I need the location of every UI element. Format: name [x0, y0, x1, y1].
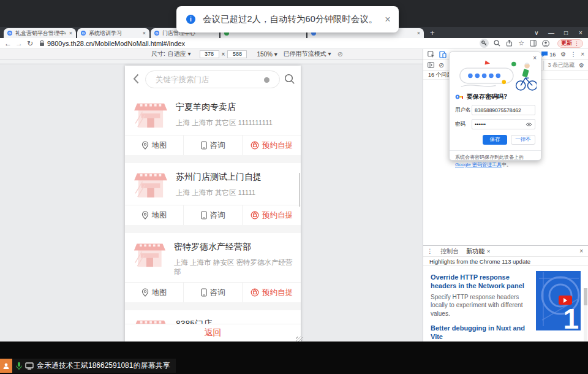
tab-gift-platform[interactable]: G 礼盒营销平台管理中心 ×	[4, 28, 76, 38]
tab-close-icon[interactable]: ×	[417, 30, 420, 36]
back-icon[interactable]: ←	[2, 39, 13, 48]
drawer-menu-icon[interactable]: ⋮	[427, 248, 433, 254]
zoom-icon[interactable]	[494, 40, 500, 47]
whats-new-title-2[interactable]: Better debugging in Nuxt and Vite	[431, 324, 527, 342]
tab-search-icon[interactable]: ∨	[529, 29, 544, 36]
console-sidebar-icon[interactable]	[428, 62, 434, 68]
pickup-button[interactable]: 预约自提	[243, 135, 301, 155]
footer-text: 系统会将密码保存到此设备上的	[455, 155, 524, 160]
share-icon[interactable]	[506, 40, 513, 47]
drawer-tab-whats-new[interactable]: 新功能	[466, 247, 484, 256]
consult-button[interactable]: 咨询	[184, 283, 243, 302]
back-chevron-icon[interactable]	[133, 74, 139, 84]
meeting-notification-banner: i 会议已超过2人，自动转为60分钟限时会议。 ×	[176, 6, 399, 32]
rotate-viewport-icon[interactable]: ⊘	[337, 50, 343, 58]
drawer-scrollbar-thumb[interactable]	[584, 288, 587, 305]
forward-icon[interactable]: →	[13, 39, 24, 48]
viewport-width-input[interactable]	[200, 50, 219, 58]
pickup-label: 预约自提	[262, 288, 293, 298]
password-key-icon[interactable]	[480, 39, 489, 48]
info-icon: i	[186, 15, 195, 24]
hidden-messages-label: 3 条已隐藏	[548, 61, 575, 69]
chrome-update-button[interactable]: 更新 ⋮	[557, 39, 583, 48]
device-toolbar-icon[interactable]	[439, 51, 447, 58]
tab-close-icon[interactable]: ×	[143, 30, 146, 36]
zoom-select[interactable]: 150% ▾	[257, 51, 277, 58]
store-address: 上海 上海市 其它区 11111	[176, 188, 262, 197]
map-button[interactable]: 地图	[125, 205, 184, 225]
store-search-box[interactable]	[145, 71, 280, 88]
password-manager-key-icon	[455, 94, 464, 100]
devtools-close-icon[interactable]: ×	[581, 51, 584, 58]
tab-title: 礼盒营销平台管理中心	[15, 29, 66, 37]
store-list: 宁夏羊肉专卖店 上海 上海市 其它区 1111111111 地图 咨询	[125, 93, 301, 343]
drawer-close-icon[interactable]: ×	[579, 248, 583, 254]
consult-button[interactable]: 咨询	[184, 135, 243, 155]
new-tab-button[interactable]: +	[430, 28, 435, 37]
close-window-button[interactable]: ×	[573, 29, 588, 36]
tab-training[interactable]: G 系统培训学习 ×	[77, 28, 149, 38]
drawer-tab-bar: ⋮ 控制台 新功能 × ×	[423, 246, 588, 257]
store-name: 密特罗德水产经营部	[174, 242, 293, 253]
drawer-tab-console[interactable]: 控制台	[440, 247, 459, 256]
map-pin-icon	[141, 288, 149, 297]
map-pin-icon	[141, 141, 149, 150]
side-panel-icon[interactable]	[530, 40, 537, 47]
dialog-close-icon[interactable]: ×	[533, 55, 537, 61]
sharer-avatar-icon[interactable]	[0, 359, 12, 373]
map-button[interactable]: 地图	[125, 135, 184, 155]
password-field[interactable]: ••••••	[472, 119, 535, 129]
clear-console-icon[interactable]: ⊘	[439, 61, 444, 69]
map-label: 地图	[152, 210, 167, 221]
back-button[interactable]: 返回	[125, 324, 301, 343]
store-search-input[interactable]	[156, 71, 247, 88]
consult-label: 咨询	[210, 140, 225, 151]
password-manager-link[interactable]: Google 密码管理工具	[455, 162, 502, 167]
pickup-label: 预约自提	[262, 140, 293, 151]
microphone-icon[interactable]	[16, 362, 22, 370]
storefront-icon	[133, 240, 167, 269]
never-save-button[interactable]: 一律不	[511, 135, 535, 145]
map-button[interactable]: 地图	[125, 283, 184, 302]
console-messages-icon[interactable]	[541, 51, 548, 58]
whats-new-header: Highlights from the Chrome 113 update	[423, 257, 588, 266]
consult-button[interactable]: 咨询	[184, 205, 243, 225]
minimize-button[interactable]: —	[544, 29, 559, 36]
whats-new-title-1[interactable]: Override HTTP response headers in the Ne…	[431, 273, 527, 291]
tab-close-icon[interactable]: ×	[69, 30, 72, 36]
map-pin-icon	[141, 211, 149, 219]
console-settings-icon[interactable]: ⚙	[579, 62, 584, 69]
maximize-button[interactable]: □	[559, 29, 573, 36]
tab-favicon: G	[81, 31, 86, 36]
profile-avatar-icon[interactable]	[542, 40, 549, 47]
pickup-button[interactable]: 预约自提	[243, 283, 301, 302]
browser-menu-icon[interactable]: ⋮	[574, 40, 579, 47]
desktop: G 礼盒营销平台管理中心 × G 系统培训学习 × G 门店管理中心 × + ∨…	[0, 0, 588, 374]
whats-new-video-thumbnail[interactable]: 1	[536, 271, 581, 330]
screen-share-bar: 金禾通技术王斌18662591081的屏幕共享	[0, 359, 176, 373]
search-icon[interactable]	[284, 74, 295, 85]
storefront-icon	[133, 170, 168, 199]
show-password-eye-icon[interactable]	[526, 122, 532, 127]
drawer-tab-close-icon[interactable]: ×	[487, 248, 490, 254]
dimensions-select[interactable]: 自适应 ▾	[168, 50, 191, 58]
username-field[interactable]: 8385889075578462	[472, 105, 535, 115]
pickup-icon	[251, 211, 259, 219]
banner-close-icon[interactable]: ×	[385, 14, 390, 25]
viewport-height-input[interactable]	[227, 50, 247, 58]
pickup-button[interactable]: 预约自提	[243, 205, 301, 225]
bookmark-star-icon[interactable]: ☆	[518, 39, 524, 47]
devtools-settings-icon[interactable]: ⚙	[560, 51, 566, 58]
save-password-button[interactable]: 保存	[483, 135, 507, 145]
reload-icon[interactable]: ↻	[24, 39, 36, 48]
consult-label: 咨询	[210, 210, 225, 221]
devtools-menu-icon[interactable]: ⋮	[570, 51, 576, 58]
throttling-select[interactable]: 已停用节流模式 ▾	[284, 50, 331, 58]
inspect-element-icon[interactable]	[428, 51, 435, 58]
store-card: 宁夏羊肉专卖店 上海 上海市 其它区 1111111111 地图 咨询	[125, 93, 301, 155]
username-label: 用户名	[455, 107, 472, 114]
address-url[interactable]: 9800ys.th28.cn/MobileModNoMall.html#/ind…	[47, 40, 185, 47]
whats-new-content: Override HTTP response headers in the Ne…	[423, 267, 588, 342]
console-message-count: 16	[549, 52, 556, 58]
viewport-scrollbar[interactable]	[299, 173, 300, 207]
